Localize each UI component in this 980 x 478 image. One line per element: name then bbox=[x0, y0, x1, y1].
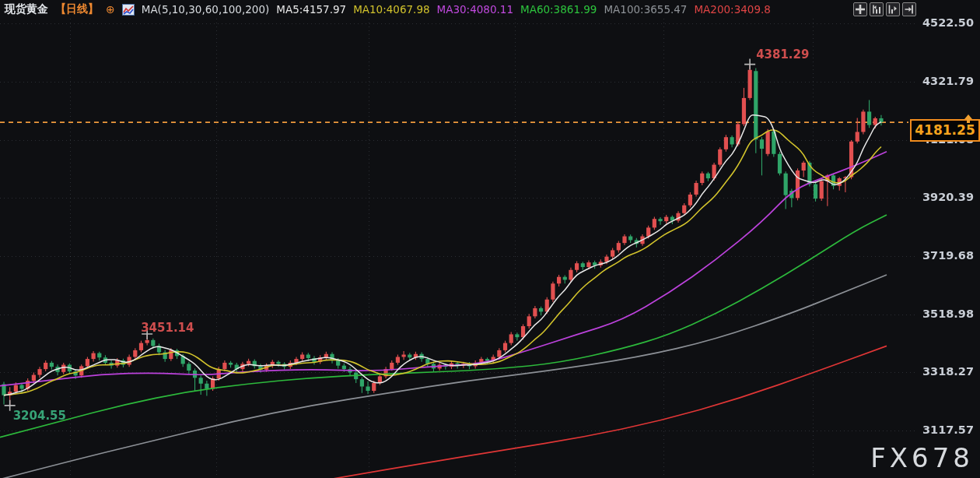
low-annotation: 3204.55 bbox=[13, 409, 66, 423]
chart-toolbar bbox=[853, 2, 916, 16]
add-indicator-icon[interactable]: ⊕ bbox=[106, 4, 115, 15]
axis-scale-left-icon[interactable] bbox=[870, 2, 884, 16]
ma200-value: MA200:3409.8 bbox=[694, 3, 770, 16]
ma100-value: MA100:3655.47 bbox=[604, 3, 687, 16]
candlestick-canvas[interactable] bbox=[0, 0, 980, 478]
indicator-chart-icon[interactable] bbox=[122, 4, 135, 16]
gold-daily-chart: 现货黄金 【日线】 ⊕ MA(5,10,30,60,100,200) MA5:4… bbox=[0, 0, 980, 478]
y-axis-label: 3318.27 bbox=[918, 365, 974, 378]
ma30-value: MA30:4080.11 bbox=[437, 3, 513, 16]
watermark: FX678 bbox=[870, 442, 974, 473]
ma-parameters: MA(5,10,30,60,100,200) bbox=[142, 3, 270, 16]
timeframe-label: 【日线】 bbox=[55, 2, 99, 16]
move-icon[interactable] bbox=[853, 2, 867, 16]
y-axis-label: 3920.39 bbox=[918, 191, 974, 203]
y-axis-label: 3117.57 bbox=[918, 424, 974, 436]
axis-scale-right-icon[interactable] bbox=[886, 2, 900, 16]
y-axis-label: 4522.50 bbox=[918, 16, 974, 29]
y-axis-label: 3518.98 bbox=[918, 308, 974, 320]
symbol-title: 现货黄金 bbox=[5, 2, 48, 16]
ma5-value: MA5:4157.97 bbox=[276, 3, 346, 16]
y-axis-label: 4321.79 bbox=[918, 75, 974, 87]
high-annotation: 3451.14 bbox=[141, 321, 194, 335]
ma60-value: MA60:3861.99 bbox=[520, 3, 597, 16]
chart-header: 现货黄金 【日线】 ⊕ MA(5,10,30,60,100,200) MA5:4… bbox=[5, 0, 771, 19]
price-up-arrow-icon bbox=[963, 113, 974, 124]
pan-right-icon[interactable] bbox=[902, 2, 916, 16]
y-axis-label: 3719.68 bbox=[918, 249, 974, 262]
high-annotation: 4381.29 bbox=[756, 47, 809, 62]
ma10-value: MA10:4067.98 bbox=[353, 3, 429, 16]
